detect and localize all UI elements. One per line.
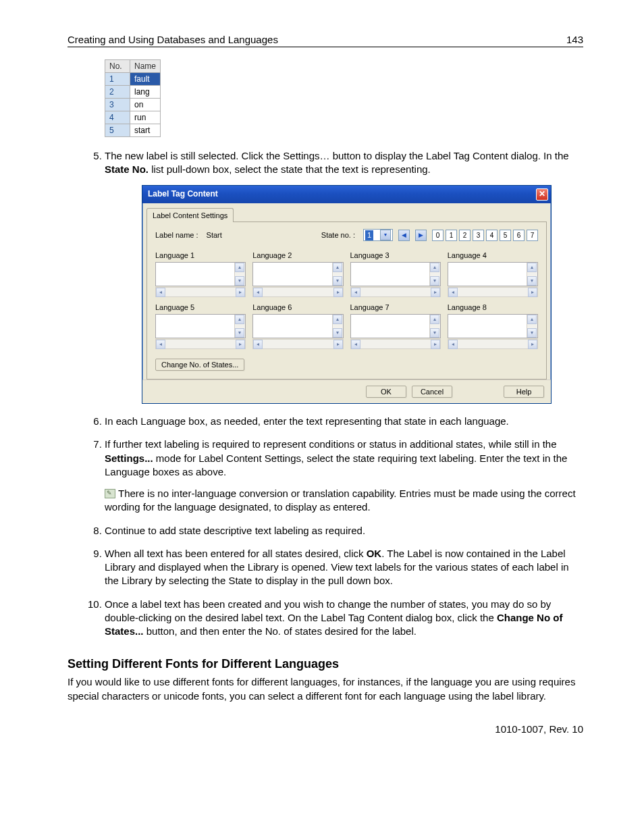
change-no-of-states-button[interactable]: Change No. of States... (155, 359, 244, 371)
language-textarea[interactable]: ▴▾ (155, 314, 246, 338)
chevron-left-icon[interactable]: ◂ (448, 288, 458, 297)
chevron-up-icon[interactable]: ▴ (235, 263, 244, 272)
scrollbar-horizontal[interactable]: ◂▸ (155, 287, 246, 297)
chevron-down-icon[interactable]: ▾ (430, 276, 439, 286)
table-row[interactable]: 4 run (105, 111, 161, 124)
language-cell: Language 5 ▴▾ ◂▸ (155, 303, 246, 349)
table-row[interactable]: 1 fault (105, 73, 161, 86)
cancel-button[interactable]: Cancel (412, 386, 452, 398)
language-label: Language 2 (252, 251, 343, 261)
chevron-right-icon[interactable]: ▸ (236, 288, 245, 297)
language-textarea[interactable]: ▴▾ (448, 314, 538, 338)
cell-name: start (130, 124, 161, 137)
cell-no: 5 (105, 124, 130, 137)
scrollbar-horizontal[interactable]: ◂▸ (252, 339, 343, 349)
chevron-left-icon[interactable]: ◂ (253, 340, 263, 349)
chevron-right-icon[interactable]: ▸ (528, 340, 537, 349)
chevron-right-icon[interactable]: ▸ (528, 288, 537, 297)
chevron-up-icon[interactable]: ▴ (235, 315, 244, 324)
help-button[interactable]: Help (504, 386, 544, 398)
state-num-button[interactable]: 1 (446, 230, 457, 241)
chevron-left-icon[interactable]: ◂ (351, 340, 360, 349)
chevron-down-icon[interactable]: ▾ (527, 328, 537, 338)
language-textarea[interactable]: ▴▾ (448, 262, 538, 286)
language-textarea[interactable]: ▴▾ (252, 262, 343, 286)
state-num-button[interactable]: 7 (527, 230, 538, 241)
close-icon[interactable]: ✕ (536, 188, 548, 201)
next-state-button[interactable]: ▶ (415, 230, 427, 241)
chevron-up-icon[interactable]: ▴ (430, 263, 439, 272)
scrollbar-horizontal[interactable]: ◂▸ (448, 339, 538, 349)
chevron-right-icon[interactable]: ▸ (236, 340, 245, 349)
chevron-left-icon[interactable]: ◂ (156, 340, 165, 349)
table-row[interactable]: 2 lang (105, 86, 161, 99)
chevron-right-icon[interactable]: ▸ (431, 288, 440, 297)
language-textarea[interactable]: ▴▾ (155, 262, 246, 286)
scrollbar-vertical[interactable]: ▴▾ (234, 263, 245, 286)
stateno-value: 1 (365, 230, 373, 240)
scrollbar-vertical[interactable]: ▴▾ (429, 315, 440, 338)
steps-list: The new label is still selected. Click t… (68, 149, 583, 638)
stateno-dropdown[interactable]: 1 ▾ (363, 229, 393, 241)
chevron-left-icon[interactable]: ◂ (448, 340, 458, 349)
table-row[interactable]: 3 on (105, 99, 161, 111)
step-10: Once a label text has been created and y… (105, 598, 583, 639)
dialog-titlebar[interactable]: Label Tag Content ✕ (142, 186, 551, 203)
chevron-down-icon[interactable]: ▾ (235, 328, 244, 338)
scrollbar-horizontal[interactable]: ◂▸ (155, 339, 246, 349)
state-num-button[interactable]: 6 (513, 230, 525, 241)
state-num-button[interactable]: 5 (500, 230, 511, 241)
state-num-button[interactable]: 3 (473, 230, 484, 241)
state-num-button[interactable]: 0 (432, 230, 444, 241)
tab-content: Label name : Start State no. : 1 ▾ ◀ ▶ 0… (146, 221, 547, 380)
chevron-right-icon[interactable]: ▸ (333, 288, 343, 297)
chevron-up-icon[interactable]: ▴ (430, 315, 439, 324)
chevron-right-icon[interactable]: ▸ (431, 340, 440, 349)
chevron-down-icon[interactable]: ▾ (235, 276, 244, 286)
scrollbar-horizontal[interactable]: ◂▸ (350, 339, 441, 349)
scrollbar-vertical[interactable]: ▴▾ (234, 315, 245, 338)
language-textarea[interactable]: ▴▾ (350, 314, 441, 338)
scrollbar-vertical[interactable]: ▴▾ (332, 315, 343, 338)
language-label: Language 8 (448, 303, 538, 313)
scrollbar-vertical[interactable]: ▴▾ (527, 263, 537, 286)
chevron-down-icon[interactable]: ▾ (380, 230, 391, 240)
chevron-down-icon[interactable]: ▾ (333, 276, 342, 286)
chevron-left-icon[interactable]: ◂ (253, 288, 263, 297)
prev-state-button[interactable]: ◀ (398, 230, 410, 241)
step-7: If further text labeling is required to … (105, 438, 583, 514)
language-label: Language 1 (155, 251, 246, 261)
chevron-down-icon[interactable]: ▾ (333, 328, 342, 338)
language-label: Language 5 (155, 303, 246, 313)
chevron-left-icon[interactable]: ◂ (351, 288, 360, 297)
page-header: Creating and Using Databases and Languag… (68, 34, 583, 47)
chevron-up-icon[interactable]: ▴ (527, 263, 537, 272)
ok-button[interactable]: OK (366, 386, 406, 398)
scrollbar-horizontal[interactable]: ◂▸ (350, 287, 441, 297)
scrollbar-vertical[interactable]: ▴▾ (429, 263, 440, 286)
state-num-button[interactable]: 4 (486, 230, 498, 241)
tab-label-content-settings[interactable]: Label Content Settings (146, 208, 234, 223)
dialog-title: Label Tag Content (148, 188, 218, 199)
chevron-down-icon[interactable]: ▾ (527, 276, 537, 286)
scrollbar-vertical[interactable]: ▴▾ (527, 315, 537, 338)
step-6: In each Language box, as needed, enter t… (105, 415, 583, 428)
chevron-left-icon[interactable]: ◂ (156, 288, 165, 297)
cell-name: on (130, 99, 161, 111)
chevron-up-icon[interactable]: ▴ (333, 315, 342, 324)
state-num-button[interactable]: 2 (459, 230, 471, 241)
language-cell: Language 2 ▴▾ ◂▸ (252, 251, 343, 297)
header-page: 143 (566, 34, 583, 45)
language-label: Language 7 (350, 303, 441, 313)
scrollbar-horizontal[interactable]: ◂▸ (448, 287, 538, 297)
scrollbar-horizontal[interactable]: ◂▸ (252, 287, 343, 297)
language-textarea[interactable]: ▴▾ (350, 262, 441, 286)
chevron-down-icon[interactable]: ▾ (430, 328, 439, 338)
chevron-right-icon[interactable]: ▸ (333, 340, 343, 349)
table-row[interactable]: 5 start (105, 124, 161, 137)
labelname-value: Start (207, 230, 222, 240)
chevron-up-icon[interactable]: ▴ (527, 315, 537, 324)
scrollbar-vertical[interactable]: ▴▾ (332, 263, 343, 286)
chevron-up-icon[interactable]: ▴ (333, 263, 342, 272)
language-textarea[interactable]: ▴▾ (252, 314, 343, 338)
